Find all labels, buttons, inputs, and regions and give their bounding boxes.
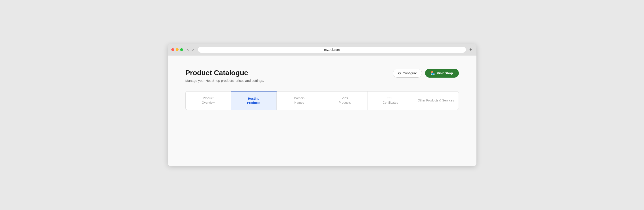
configure-label: Configure	[402, 71, 417, 75]
minimize-button[interactable]	[176, 48, 178, 51]
tab-ssl-certificates-label: SSLCertificates	[382, 96, 398, 105]
browser-chrome: < > +	[168, 44, 476, 55]
header-actions: ⚙ Configure 🏪 Visit Shop	[393, 69, 458, 78]
page-subtitle: Manage your HostShop products, prices an…	[186, 79, 264, 82]
page-title-block: Product Catalogue Manage your HostShop p…	[186, 69, 264, 82]
visit-shop-button[interactable]: 🏪 Visit Shop	[425, 69, 458, 78]
fullscreen-button[interactable]	[180, 48, 183, 51]
browser-window: < > + Product Catalogue Manage your Host…	[168, 44, 476, 166]
browser-content: Product Catalogue Manage your HostShop p…	[168, 55, 476, 166]
configure-button[interactable]: ⚙ Configure	[393, 69, 422, 78]
gear-icon: ⚙	[398, 71, 401, 75]
page-title: Product Catalogue	[186, 69, 264, 77]
close-button[interactable]	[171, 48, 174, 51]
tab-domain-names[interactable]: DomainNames	[277, 91, 322, 110]
tabs-container: ProductOverview HostingProducts DomainNa…	[186, 91, 459, 110]
nav-buttons: < >	[186, 48, 195, 52]
tab-vps-products[interactable]: VPSProducts	[322, 91, 368, 110]
shop-icon: 🏪	[431, 71, 435, 75]
tab-other-products-label: Other Products & Services	[418, 98, 454, 103]
traffic-lights	[171, 48, 183, 51]
visit-shop-label: Visit Shop	[437, 71, 453, 75]
tab-hosting-products-label: HostingProducts	[247, 96, 260, 105]
address-bar[interactable]	[198, 47, 466, 53]
tab-other-products[interactable]: Other Products & Services	[413, 91, 458, 110]
tab-ssl-certificates[interactable]: SSLCertificates	[368, 91, 414, 110]
tab-hosting-products[interactable]: HostingProducts	[231, 91, 277, 110]
new-tab-button[interactable]: +	[468, 47, 473, 52]
forward-button[interactable]: >	[191, 48, 195, 52]
tab-domain-names-label: DomainNames	[294, 96, 304, 105]
tab-product-overview[interactable]: ProductOverview	[186, 91, 231, 110]
back-button[interactable]: <	[186, 48, 190, 52]
page-header: Product Catalogue Manage your HostShop p…	[186, 69, 459, 82]
tab-vps-products-label: VPSProducts	[339, 96, 351, 105]
tab-product-overview-label: ProductOverview	[202, 96, 214, 105]
